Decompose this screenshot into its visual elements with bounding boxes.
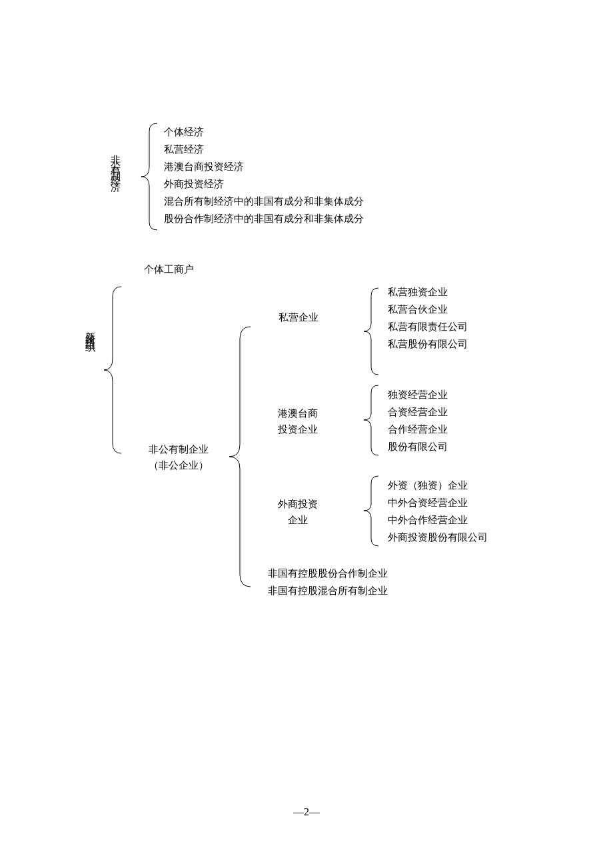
section1-item-4: 混合所有制经济中的非国有成分和非集体成分 <box>164 193 364 209</box>
section2-mid-label-2: （非公企业） <box>139 457 219 473</box>
page-number: —2— <box>0 806 613 818</box>
branch-1-item-1: 合资经营企业 <box>388 404 448 420</box>
section1-item-2: 港澳台商投资经济 <box>164 159 244 175</box>
section1-item-0: 个体经济 <box>164 124 204 140</box>
branch-1-item-3: 股份有限公司 <box>388 439 448 455</box>
branch-2-label-1: 外商投资 <box>268 496 328 512</box>
section2-bottom-0: 非国有控股股份合作制企业 <box>268 565 388 581</box>
brace-branch-2 <box>362 476 380 546</box>
section1-item-5: 股份合作制经济中的非国有成分和非集体成分 <box>164 211 364 227</box>
brace-branch-1 <box>362 385 380 455</box>
brace-branch-0 <box>362 288 380 375</box>
branch-0-label: 私营企业 <box>279 309 318 325</box>
brace-section2-outer <box>101 287 124 453</box>
branch-1-label-2: 投资企业 <box>268 421 328 437</box>
brace-section1 <box>140 123 159 230</box>
branch-0-item-1: 私营合伙企业 <box>388 301 448 317</box>
section1-item-1: 私营经济 <box>164 141 204 157</box>
branch-0-item-0: 私营独资企业 <box>388 284 448 300</box>
branch-1-item-2: 合作经营企业 <box>388 421 448 437</box>
branch-2-item-3: 外商投资股份有限公司 <box>388 529 488 545</box>
section1-item-3: 外商投资经济 <box>164 176 224 192</box>
branch-0-item-3: 私营股份有限公司 <box>388 336 468 352</box>
section2-label: 新经济组织 <box>85 323 95 337</box>
branch-1-item-0: 独资经营企业 <box>388 387 448 403</box>
branch-1-label-1: 港澳台商 <box>268 405 328 421</box>
section2-mid-label-1: 非公有制企业 <box>139 441 219 457</box>
branch-2-item-0: 外资（独资）企业 <box>388 477 468 493</box>
branch-2-item-2: 中外合作经营企业 <box>388 512 468 528</box>
branch-2-label-2: 企业 <box>268 512 328 528</box>
branch-2-item-1: 中外合资经营企业 <box>388 495 468 511</box>
section2-bottom-1: 非国有控股混合所有制企业 <box>268 583 388 599</box>
branch-0-item-2: 私营有限责任公司 <box>388 319 468 335</box>
section1-label: 非公有制经济 <box>111 147 121 179</box>
section2-top-item: 个体工商户 <box>144 261 194 277</box>
brace-nonpublic <box>227 327 253 587</box>
